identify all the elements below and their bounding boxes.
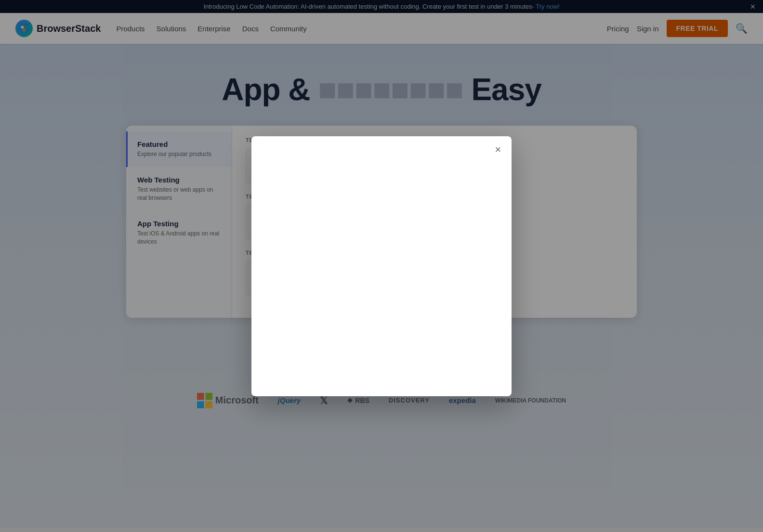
modal-close-button[interactable]: × bbox=[490, 142, 506, 157]
modal-overlay[interactable]: × bbox=[0, 0, 763, 528]
modal-box: × bbox=[251, 136, 512, 396]
